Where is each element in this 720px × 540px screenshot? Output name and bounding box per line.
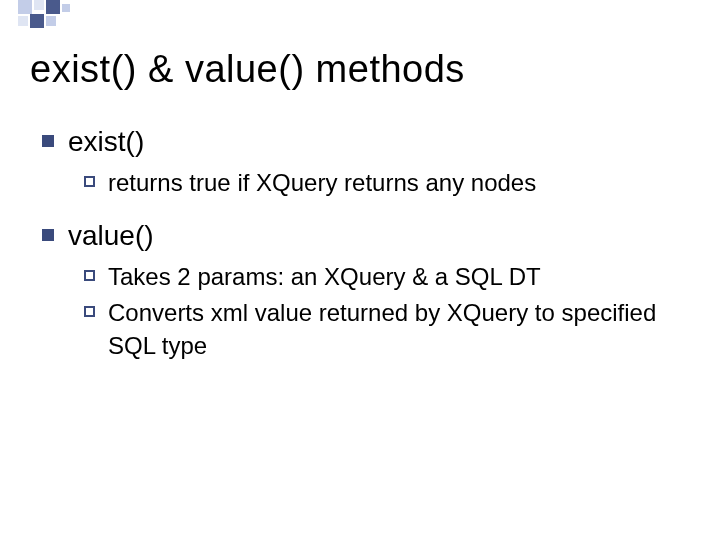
- sub-bullet-item: Converts xml value returned by XQuery to…: [84, 297, 690, 362]
- bullet-item-exist: exist() returns true if XQuery returns a…: [42, 123, 690, 199]
- sub-bullet-item: returns true if XQuery returns any nodes: [84, 167, 690, 199]
- sub-bullet-item: Takes 2 params: an XQuery & a SQL DT: [84, 261, 690, 293]
- slide-title: exist() & value() methods: [30, 48, 690, 91]
- sub-bullet-text: returns true if XQuery returns any nodes: [108, 169, 536, 196]
- bullet-list: exist() returns true if XQuery returns a…: [30, 123, 690, 362]
- bullet-item-value: value() Takes 2 params: an XQuery & a SQ…: [42, 217, 690, 362]
- sub-bullet-text: Converts xml value returned by XQuery to…: [108, 297, 690, 362]
- slide: exist() & value() methods exist() return…: [0, 0, 720, 540]
- bullet-label: value(): [68, 220, 154, 251]
- sub-bullet-list: Takes 2 params: an XQuery & a SQL DT Con…: [68, 261, 690, 362]
- sub-bullet-list: returns true if XQuery returns any nodes: [68, 167, 690, 199]
- bullet-label: exist(): [68, 126, 144, 157]
- sub-bullet-text: Takes 2 params: an XQuery & a SQL DT: [108, 263, 541, 290]
